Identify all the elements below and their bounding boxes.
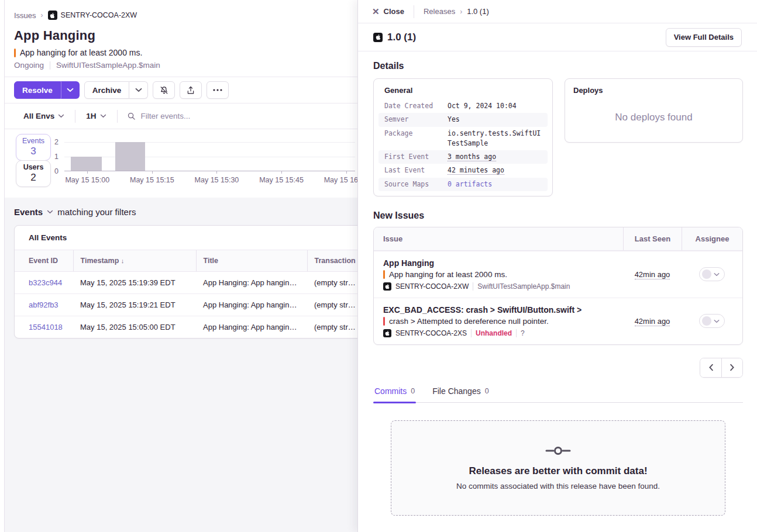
- assignee-dropdown[interactable]: [699, 267, 725, 281]
- more-actions-button[interactable]: [207, 81, 229, 99]
- new-issues-table: Issue Last Seen Assignee App Hanging App…: [373, 227, 743, 345]
- event-title: App Hanging: App hangin…: [196, 294, 307, 316]
- breadcrumb-issues-link[interactable]: Issues: [14, 11, 36, 20]
- share-button[interactable]: [180, 81, 202, 99]
- issue-transaction: SwiftUITestSampleApp.$main: [56, 61, 160, 70]
- mute-notifications-button[interactable]: [153, 81, 175, 99]
- last-event-tooltip-value[interactable]: 42 minutes ago: [448, 166, 504, 175]
- deploys-empty-message: No deploys found: [565, 112, 742, 123]
- new-issues-heading: New Issues: [373, 210, 743, 221]
- col-event-id[interactable]: Event ID: [15, 250, 73, 272]
- y-axis-tick: 1: [54, 153, 59, 161]
- chevron-right-icon: ›: [460, 8, 462, 16]
- source-maps-link[interactable]: 0 artifacts: [448, 179, 542, 189]
- chevron-down-icon[interactable]: [47, 210, 53, 214]
- avatar: [702, 316, 711, 326]
- previous-page-button[interactable]: [700, 358, 721, 377]
- issue-context: SwiftUITestSampleApp.$main: [477, 282, 570, 291]
- y-axis-tick: 2: [54, 138, 59, 146]
- commits-count-badge: 0: [411, 387, 415, 395]
- detail-row-last-event: Last Event 42 minutes ago: [378, 164, 548, 177]
- view-full-details-button[interactable]: View Full Details: [666, 28, 742, 47]
- issue-substatus: Ongoing: [14, 61, 44, 70]
- tab-commits[interactable]: Commits 0: [373, 381, 416, 402]
- empty-state-subtitle: No commits associated with this release …: [456, 482, 660, 490]
- x-axis-tick: May 15 15:45: [259, 176, 304, 184]
- empty-state-title: Releases are better with commit data!: [469, 465, 647, 477]
- event-id-link[interactable]: abf92fb3: [29, 300, 59, 309]
- sort-desc-icon: ↓: [121, 257, 125, 264]
- col-assignee: Assignee: [682, 227, 742, 250]
- events-bar-chart[interactable]: 210 May 15 15:00May 15 15:15May 15 15:30…: [64, 142, 355, 186]
- detail-row-semver: Semver Yes: [378, 113, 548, 126]
- tab-file-changes[interactable]: File Changes 0: [431, 381, 490, 402]
- general-card-title: General: [378, 85, 548, 99]
- detail-row-package: Package io.sentry.tests.SwiftUITestSampl…: [378, 127, 548, 151]
- event-count-bar[interactable]: [71, 157, 102, 171]
- details-heading: Details: [373, 61, 743, 71]
- chevron-right-icon: [730, 364, 735, 371]
- divider: [471, 329, 472, 337]
- last-seen-value[interactable]: 42min ago: [635, 270, 670, 279]
- breadcrumb-project[interactable]: SENTRY-COCOA-2XW: [48, 11, 137, 20]
- new-issue-row[interactable]: App Hanging App hanging for at least 200…: [374, 251, 742, 298]
- avatar: [702, 270, 711, 279]
- events-dataset-selector[interactable]: Events: [14, 207, 43, 217]
- events-count-toggle[interactable]: Events 3: [16, 134, 51, 161]
- chevron-down-icon: [67, 88, 74, 92]
- archive-button[interactable]: Archive: [84, 81, 130, 99]
- event-id-link[interactable]: b323c944: [29, 278, 62, 287]
- breadcrumb-releases-link[interactable]: Releases: [424, 7, 455, 16]
- chevron-right-icon: ›: [41, 11, 43, 19]
- chevron-down-icon: [58, 114, 64, 118]
- issue-level-indicator: [383, 270, 385, 279]
- divider: [473, 282, 473, 291]
- sentry-app: Issues › SENTRY-COCOA-2XW App Hanging Ap…: [0, 0, 757, 532]
- issue-link[interactable]: EXC_BAD_ACCESS: crash > SwiftUI/Button.s…: [383, 305, 616, 315]
- unknown-handled-tag: ?: [521, 329, 525, 337]
- issue-message: App hanging for at least 2000 ms.: [389, 270, 507, 279]
- close-icon: ✕: [372, 6, 380, 17]
- col-title[interactable]: Title: [196, 250, 307, 272]
- col-issue: Issue: [374, 227, 623, 250]
- new-issue-row[interactable]: EXC_BAD_ACCESS: crash > SwiftUI/Button.s…: [374, 298, 742, 344]
- resolve-dropdown-button[interactable]: [61, 81, 80, 99]
- chevron-down-icon: [714, 319, 720, 323]
- filter-events-input[interactable]: [141, 112, 316, 120]
- chevron-down-icon: [135, 88, 142, 92]
- time-range-selector[interactable]: 1H: [75, 112, 116, 120]
- event-timestamp: May 15, 2025 15:19:21 EDT: [73, 294, 196, 316]
- deploys-card-title: Deploys: [573, 86, 734, 95]
- issue-project-slug: SENTRY-COCOA-2XS: [395, 329, 467, 337]
- issue-culprit: App hanging for at least 2000 ms.: [20, 48, 142, 57]
- environment-selector[interactable]: All Envs: [23, 112, 75, 120]
- col-timestamp[interactable]: Timestamp ↓: [73, 250, 196, 272]
- chevron-down-icon: [100, 114, 106, 118]
- ellipsis-icon: [213, 89, 222, 91]
- resolve-button[interactable]: Resolve: [14, 81, 61, 99]
- release-version-title: 1.0 (1): [387, 32, 416, 43]
- events-heading-suffix: matching your filters: [57, 207, 136, 217]
- deploys-card: Deploys No deploys found: [565, 78, 743, 143]
- x-axis-tick: May 15 15:30: [195, 176, 239, 184]
- assignee-dropdown[interactable]: [699, 314, 725, 328]
- event-timestamp: May 15, 2025 15:05:00 EDT: [73, 316, 196, 338]
- close-drawer-button[interactable]: ✕ Close: [372, 6, 404, 17]
- release-details-drawer: ✕ Close Releases › 1.0 (1) 1.0 (1) View …: [357, 0, 757, 532]
- col-last-seen: Last Seen: [623, 227, 682, 250]
- left-gutter: [0, 0, 5, 532]
- event-count-bar[interactable]: [115, 142, 145, 171]
- archive-dropdown-button[interactable]: [129, 81, 148, 99]
- issue-level-indicator: [14, 49, 16, 57]
- detail-row-date-created: Date Created Oct 9, 2024 10:04: [378, 99, 548, 113]
- last-seen-value[interactable]: 42min ago: [635, 317, 670, 326]
- event-id-link[interactable]: 15541018: [29, 323, 63, 331]
- event-title: App Hanging: App hangin…: [196, 272, 307, 294]
- users-count-toggle[interactable]: Users 2: [16, 160, 51, 187]
- detail-row-first-event: First Event 3 months ago: [378, 150, 548, 164]
- issue-link[interactable]: App Hanging: [383, 258, 616, 268]
- next-page-button[interactable]: [721, 358, 742, 377]
- issue-project-slug: SENTRY-COCOA-2XW: [395, 282, 469, 291]
- file-changes-count-badge: 0: [485, 387, 489, 395]
- first-event-tooltip-value[interactable]: 3 months ago: [448, 153, 496, 161]
